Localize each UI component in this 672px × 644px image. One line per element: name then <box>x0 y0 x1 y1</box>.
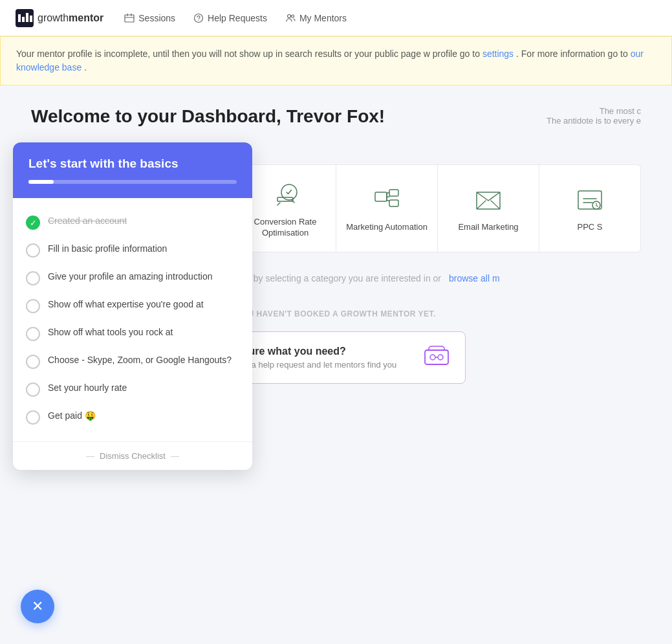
logo[interactable]: growthmentor <box>16 9 103 27</box>
category-email-marketing[interactable]: Email Marketing <box>438 165 539 252</box>
checklist-header: Let's start with the basics <box>13 142 252 198</box>
alert-text: Your mentor profile is incomplete, until… <box>16 49 482 59</box>
help-requests-nav[interactable]: Help Requests <box>193 13 267 23</box>
marketing-automation-icon <box>370 183 404 217</box>
svg-point-27 <box>438 355 443 360</box>
checklist-title: Let's start with the basics <box>28 157 237 171</box>
checklist-item-5[interactable]: Choose - Skype, Zoom, or Google Hangouts… <box>26 348 239 375</box>
close-icon: ✕ <box>32 598 43 615</box>
svg-point-6 <box>195 14 203 22</box>
check-circle-6 <box>26 383 40 397</box>
checklist-progress-bar <box>28 180 237 184</box>
check-circle-5 <box>26 355 40 369</box>
tagline-2: The antidote is to every e <box>547 116 641 126</box>
checklist-item-label-4: Show off what tools you rock at <box>48 326 173 339</box>
navbar: growthmentor Sessions Help Requests <box>0 0 672 36</box>
tagline-1: The most c <box>547 106 641 116</box>
check-circle-1 <box>26 243 40 258</box>
svg-rect-3 <box>26 13 28 22</box>
logo-text: growthmentor <box>38 12 103 24</box>
ppc-label: PPC S <box>577 222 602 233</box>
dismiss-label: Dismiss Checklist <box>100 451 166 461</box>
email-marketing-label: Email Marketing <box>458 222 518 233</box>
checklist-item-3[interactable]: Show off what expertise you're good at <box>26 292 239 320</box>
checklist-item-1[interactable]: Fill in basic profile information <box>26 236 239 264</box>
sessions-nav[interactable]: Sessions <box>124 13 175 23</box>
checklist-progress-fill <box>28 180 54 184</box>
svg-rect-20 <box>389 190 398 196</box>
category-ppc[interactable]: PPC S <box>539 165 640 252</box>
checklist-item-label-7: Get paid 🤑 <box>48 410 96 423</box>
help-card-icon <box>424 345 450 370</box>
svg-point-9 <box>291 15 294 17</box>
checklist-item-2[interactable]: Give your profile an amazing introductio… <box>26 264 239 292</box>
tagline-area: The most c The antidote is to every e <box>547 106 641 126</box>
fab-button[interactable]: ✕ <box>21 590 54 623</box>
email-marketing-icon <box>471 183 505 217</box>
check-circle-3 <box>26 299 40 313</box>
check-circle-4 <box>26 327 40 341</box>
conversion-rate-label: Conversion Rate Optimisation <box>243 217 328 239</box>
svg-rect-19 <box>375 192 387 201</box>
marketing-automation-label: Marketing Automation <box>346 222 428 233</box>
my-mentors-icon <box>285 13 296 23</box>
check-circle-2 <box>26 271 40 285</box>
checklist-panel: Let's start with the basics ✓ Created an… <box>13 142 252 470</box>
svg-rect-5 <box>125 15 134 22</box>
svg-rect-2 <box>22 17 25 22</box>
checklist-item-6[interactable]: Set your hourly rate <box>26 375 239 403</box>
checklist-item-label-3: Show off what expertise you're good at <box>48 298 204 311</box>
dismiss-checklist[interactable]: — Dismiss Checklist — <box>13 441 252 470</box>
conversion-rate-icon <box>268 178 302 212</box>
my-mentors-nav[interactable]: My Mentors <box>285 13 347 23</box>
checklist-item-7[interactable]: Get paid 🤑 <box>26 403 239 431</box>
svg-point-26 <box>430 355 435 360</box>
svg-rect-1 <box>18 14 21 22</box>
browse-all-link[interactable]: browse all m <box>449 273 500 283</box>
checklist-item-label-5: Choose - Skype, Zoom, or Google Hangouts… <box>48 354 232 367</box>
alert-banner: Your mentor profile is incomplete, until… <box>0 36 672 85</box>
check-circle-7 <box>26 410 40 425</box>
checklist-items: ✓ Created an account Fill in basic profi… <box>13 198 252 441</box>
settings-link[interactable]: settings <box>482 49 514 59</box>
check-circle-0: ✓ <box>26 216 40 230</box>
svg-rect-21 <box>389 200 398 206</box>
category-marketing-automation[interactable]: Marketing Automation <box>336 165 438 252</box>
nav-items: Sessions Help Requests My Mentors <box>124 13 347 23</box>
checklist-item-0[interactable]: ✓ Created an account <box>26 208 239 236</box>
logo-icon <box>16 9 34 27</box>
sessions-icon <box>124 13 135 23</box>
checklist-item-label-1: Fill in basic profile information <box>48 243 167 256</box>
checklist-item-label-0: Created an account <box>48 215 127 228</box>
svg-rect-4 <box>30 16 32 22</box>
svg-point-7 <box>198 19 199 20</box>
checklist-item-label-2: Give your profile an amazing introductio… <box>48 271 212 283</box>
checklist-item-4[interactable]: Show off what tools you rock at <box>26 320 239 348</box>
checklist-item-label-6: Set your hourly rate <box>48 382 127 395</box>
svg-point-8 <box>287 14 290 17</box>
help-requests-icon <box>193 13 204 23</box>
ppc-icon <box>573 183 607 217</box>
